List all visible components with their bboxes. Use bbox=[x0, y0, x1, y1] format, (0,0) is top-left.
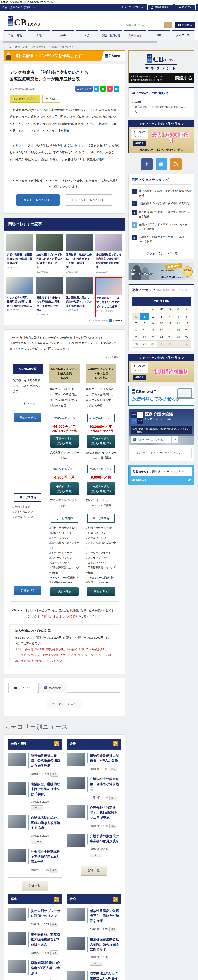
proceed-monthly-button[interactable]: 手続きへ進む(開始月無料) bbox=[50, 482, 79, 496]
related-article-item[interactable]: AIホスピタル実現へ 医療現場で診断の“実績” 研究計画や臨床… 2018.08… bbox=[6, 277, 33, 317]
rss-icon[interactable] bbox=[113, 897, 118, 902]
related-article-item[interactable]: 麻疹患者増「過去4年の年間報告数と同程度」 東京都が注意喚… 2019.03.0… bbox=[36, 277, 63, 317]
news-item[interactable]: 自治体病院の統合、医師の働き方改革踏まえ協議 03月29日 20:35 リポート bbox=[8, 812, 62, 846]
news-item[interactable]: 東京都保健医療公社の病院、防火扉完全に閉まらず 03月23日 12:00 リポー… bbox=[67, 934, 121, 968]
calendar-day[interactable]: 2 bbox=[166, 340, 174, 347]
facebook-page-title[interactable]: 医療 介護 大会議 bbox=[145, 412, 173, 417]
news-item[interactable]: 介護福祉士の国家試験、合格率が過去最高 03月27日 20:40 発表 bbox=[67, 773, 121, 802]
hashtag[interactable]: #cbnews bbox=[132, 478, 146, 482]
proceed-annual-button[interactable]: 手続きへ進む(開始月無料) bbox=[50, 434, 79, 448]
nav-tab[interactable]: タイアップ bbox=[172, 30, 194, 40]
content-promo-banner[interactable]: 御社の記事・コンテンツを作成します！ 医療 介護 CBnews bbox=[3, 50, 125, 61]
terms-link[interactable]: 利用規約 bbox=[42, 615, 53, 618]
calendar-day[interactable]: 18 bbox=[166, 327, 174, 334]
calendar-day[interactable]: 24 bbox=[157, 334, 166, 340]
news-item[interactable]: 抗がん剤オプジーボに評価中のリスク 03月29日 15:35 発表 bbox=[8, 905, 62, 929]
news-item[interactable]: 理学療法士2人と作業療法士1人を名称使用停止の処分 03月20日 16:50 発… bbox=[67, 968, 121, 980]
calendar-day[interactable]: 19 bbox=[174, 327, 182, 334]
calendar-day[interactable]: 9 bbox=[149, 320, 157, 327]
calendar-day[interactable]: 3 bbox=[157, 313, 166, 320]
news-item[interactable]: EPAの介護福祉士候補者、266人が合格 03月29日 11:00 発表 bbox=[67, 750, 121, 773]
campaign-ad-free-month[interactable]: キャンペーン特典 4月30日まで CBnews マネジメント 4月特集 初月購読… bbox=[128, 354, 195, 382]
facebook-page-like-button[interactable]: fこのページに「いいね！」 bbox=[131, 436, 171, 443]
calendar-next-button[interactable]: › bbox=[187, 299, 188, 303]
facebook-like-button[interactable]: いいね！ 0 bbox=[75, 86, 93, 92]
proceed-annual-button[interactable]: 手続きへ進む(開始月無料) ※2 bbox=[87, 434, 115, 448]
nav-tab[interactable]: 話題・お知らせ bbox=[100, 30, 122, 40]
calendar-day[interactable]: 22 bbox=[140, 334, 149, 340]
nav-tab[interactable]: 特集 bbox=[148, 30, 170, 40]
related-article-item[interactable]: 遠隔診療、継続的な来院でも別の疾患では「初診」 厚労省、指… 2019.03.2… bbox=[66, 234, 93, 274]
register-read-full-button[interactable]: 登録して全文を読む › bbox=[16, 194, 60, 205]
calendar-day[interactable]: 4 bbox=[183, 340, 191, 347]
calendar-day[interactable]: 2 bbox=[149, 313, 157, 320]
tab-facebook[interactable]: ffacebook bbox=[38, 683, 67, 693]
search-button[interactable] bbox=[164, 22, 173, 29]
breadcrumb-item[interactable]: デング熱患者、「初診時に皮疹ないことも」 bbox=[29, 46, 79, 49]
calendar-day[interactable]: 8 bbox=[140, 320, 149, 327]
calendar-day[interactable]: 14 bbox=[132, 327, 140, 334]
ranking-item[interactable]: 3 精神保健福祉士養成、公衆衛生の側面から医学理解 bbox=[131, 208, 191, 221]
news-item[interactable]: 介護分野「特定技能」、第1回試験をマニラで実施 03月22日 13:05 発表 bbox=[67, 802, 121, 830]
nav-tab[interactable]: 薬事 bbox=[52, 30, 74, 40]
facebook-share-button[interactable]: ➦ bbox=[172, 436, 179, 443]
detail-button[interactable]: 詳細を見る bbox=[14, 586, 41, 595]
print-button[interactable]: 印刷用 bbox=[43, 95, 60, 102]
site-logo[interactable]: 医療 介護 CB news bbox=[8, 16, 40, 26]
calendar-day[interactable]: 26 bbox=[174, 334, 182, 340]
search-input[interactable] bbox=[124, 22, 164, 29]
line-share-button[interactable] bbox=[100, 86, 106, 92]
related-article-item[interactable]: 保育園落ちた…。今すぐ働きたいママにピッタリのお仕事… PR(ヤクルト本社) bbox=[95, 277, 122, 317]
scroll-left-arrow-icon[interactable]: ◀ bbox=[0, 41, 3, 43]
register-button[interactable]: 無料会員登録 bbox=[147, 4, 173, 10]
ranking-item[interactable]: 4 医療の「グランドデザイン2030」まとまる、日医総研 bbox=[131, 221, 191, 233]
news-item[interactable]: 精神保健福祉士養成、公衆衛生の側面から医学理解 03月30日 12:00 発表 bbox=[8, 750, 62, 778]
rss-icon[interactable] bbox=[54, 741, 59, 746]
calendar-day[interactable]: 11 bbox=[166, 320, 174, 327]
twitter-share-button[interactable] bbox=[94, 86, 99, 92]
login-button[interactable]: ➜ログイン bbox=[175, 4, 196, 10]
campaign-ad-discount[interactable]: キャンペーン特典 4月30日まで CBnews マネジメント 4月特集 最大1万… bbox=[128, 120, 195, 153]
ranking-item[interactable]: 5 看護職の「働き方改革」でサイト開設、Q&Aも掲載 bbox=[131, 233, 191, 246]
calendar-day[interactable]: 20 bbox=[183, 327, 191, 334]
subscribe-cta[interactable]: 購読する bbox=[175, 75, 192, 81]
calendar-day[interactable]: 27 bbox=[183, 334, 191, 340]
detail-button[interactable]: 詳細を見る bbox=[87, 587, 115, 596]
management-subscribe-ad[interactable]: 医療 介護 CB news マネジメント 記事全文がお読みいただけるほか便利な機… bbox=[128, 50, 195, 83]
rss-icon[interactable] bbox=[54, 897, 59, 902]
scrollbar-track[interactable] bbox=[3, 41, 195, 43]
calendar-day[interactable]: 1 bbox=[157, 340, 166, 347]
breadcrumb-item[interactable]: ホーム bbox=[4, 46, 11, 49]
nav-tab[interactable]: 社会 bbox=[76, 30, 98, 40]
calendar-day[interactable]: 17 bbox=[157, 327, 166, 334]
calendar-day[interactable]: 1 bbox=[140, 313, 149, 320]
rss-feed-button[interactable] bbox=[170, 158, 182, 170]
hatena-bookmark-button[interactable]: B! bbox=[114, 86, 119, 92]
login-read-full-button[interactable]: ログインして全文を読む › bbox=[65, 194, 112, 205]
proceed-button[interactable]: 手続きへ進む bbox=[14, 413, 41, 422]
twitter-widget[interactable]: CBnewsに関するツイートはこちら #cbnews bbox=[128, 465, 195, 485]
nav-tab[interactable]: 医療・看護 bbox=[4, 30, 27, 40]
calendar-day[interactable]: 6 bbox=[183, 313, 191, 320]
calendar-day[interactable]: 30 bbox=[149, 340, 157, 347]
ranking-more-link[interactable]: › アクセスランキング一覧 bbox=[131, 250, 191, 256]
scrollbar-thumb[interactable] bbox=[3, 41, 157, 43]
calendar-day[interactable]: 23 bbox=[149, 334, 157, 340]
advertise-with-us-ad[interactable]: 医療 介護 CBnewsに 広告出稿してみませんか? bbox=[128, 385, 195, 406]
calendar-day[interactable]: 16 bbox=[149, 327, 157, 334]
nav-tab[interactable]: 新商品情報 bbox=[124, 30, 146, 40]
news-item[interactable]: 社会福祉士国家試験で不適切問題418人追加合格 03月29日 19:25 発表 bbox=[8, 846, 62, 875]
pocket-save-button[interactable]: v bbox=[107, 86, 112, 92]
facebook-page-button[interactable]: f bbox=[141, 158, 153, 170]
faq-link[interactable]: よくある質問 bbox=[62, 615, 78, 618]
article-list-button[interactable]: 記事一覧 bbox=[22, 881, 48, 891]
related-article-item[interactable]: 患者申出療養、計画書作成負担の軽減策を提案 厚労省 2018.04.04 bbox=[6, 234, 33, 274]
calendar-day[interactable]: 15 bbox=[140, 327, 149, 334]
calendar-day[interactable]: 7 bbox=[132, 320, 140, 327]
calendar-day[interactable]: 10 bbox=[157, 320, 166, 327]
ranking-item[interactable]: 2 介護福祉士の国家試験、合格率が過去最高 bbox=[131, 199, 191, 208]
scrapbook-button[interactable]: スクラップブック bbox=[10, 95, 40, 102]
detail-button[interactable]: 詳細を見る bbox=[50, 587, 79, 596]
advanced-search-button[interactable]: +詳細検索 bbox=[175, 22, 195, 29]
rss-icon[interactable] bbox=[113, 741, 118, 746]
